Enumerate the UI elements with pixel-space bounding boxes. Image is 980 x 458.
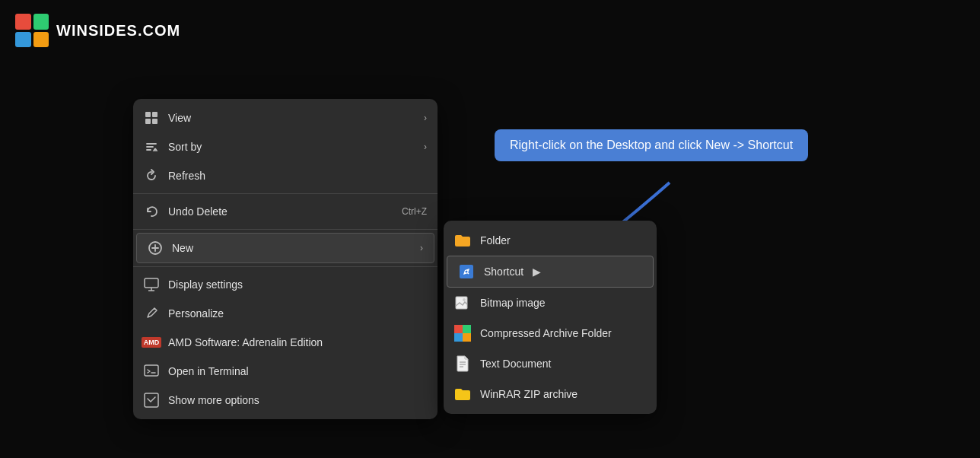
svg-rect-8 <box>145 278 158 288</box>
logo-cell-blue <box>15 32 31 48</box>
separator-3 <box>133 266 438 267</box>
grid-icon <box>144 110 159 126</box>
svg-rect-20 <box>454 333 463 342</box>
cursor-icon: ▶ <box>533 266 541 278</box>
submenu-item-compressed[interactable]: Compressed Archive Folder <box>444 318 657 348</box>
menu-item-more[interactable]: Show more options <box>133 386 438 415</box>
menu-item-terminal[interactable]: Open in Terminal <box>133 357 438 386</box>
folder-icon <box>454 232 471 249</box>
display-icon <box>144 277 159 292</box>
logo-cell-red <box>15 14 31 30</box>
menu-view-label: View <box>168 112 415 124</box>
menu-undo-label: Undo Delete <box>168 205 393 218</box>
submenu-textdoc-label: Text Document <box>480 358 551 370</box>
terminal-icon <box>144 364 159 379</box>
menu-item-display[interactable]: Display settings <box>133 270 438 299</box>
textdoc-icon <box>454 355 471 372</box>
submenu-compressed-label: Compressed Archive Folder <box>480 327 612 339</box>
menu-item-personalize[interactable]: Personalize <box>133 299 438 328</box>
submenu-item-shortcut[interactable]: Shortcut ▶ <box>447 256 654 288</box>
callout-text: Right-click on the Desktop and click New… <box>510 138 793 151</box>
view-arrow: › <box>424 113 427 123</box>
amd-icon: AMD <box>144 335 159 350</box>
svg-rect-18 <box>454 325 463 333</box>
more-icon <box>144 393 159 408</box>
submenu-item-folder[interactable]: Folder <box>444 225 657 256</box>
menu-display-label: Display settings <box>168 278 427 291</box>
refresh-icon <box>144 168 159 183</box>
svg-rect-4 <box>152 119 158 124</box>
svg-rect-2 <box>152 112 158 117</box>
submenu-item-textdoc[interactable]: Text Document <box>444 348 657 379</box>
svg-rect-11 <box>145 365 158 376</box>
new-icon <box>148 240 163 256</box>
menu-amd-label: AMD Software: Adrenalin Edition <box>168 336 427 348</box>
menu-sort-label: Sort by <box>168 141 415 153</box>
svg-point-17 <box>463 298 466 301</box>
svg-rect-3 <box>145 119 151 124</box>
context-menu: View › Sort by › Refresh <box>133 99 438 419</box>
submenu-shortcut-label: Shortcut <box>484 266 523 278</box>
menu-item-amd[interactable]: AMD AMD Software: Adrenalin Edition <box>133 328 438 357</box>
menu-item-sort[interactable]: Sort by › <box>133 132 438 161</box>
undo-icon <box>144 204 159 219</box>
menu-item-view[interactable]: View › <box>133 103 438 132</box>
logo-icon <box>15 14 49 47</box>
submenu-new: Folder Shortcut ▶ Bitmap image <box>444 221 657 414</box>
menu-personalize-label: Personalize <box>168 307 427 320</box>
logo-text: WINSIDES.COM <box>56 22 180 40</box>
svg-rect-21 <box>463 333 471 342</box>
sort-icon <box>144 139 159 154</box>
svg-rect-19 <box>463 325 471 333</box>
bitmap-icon <box>454 294 471 311</box>
separator-2 <box>133 229 438 230</box>
winrar-icon <box>454 386 471 402</box>
sort-arrow: › <box>424 142 427 152</box>
logo-cell-yellow <box>33 32 49 48</box>
submenu-winrar-label: WinRAR ZIP archive <box>480 388 578 400</box>
submenu-folder-label: Folder <box>480 234 511 246</box>
new-arrow: › <box>420 243 423 253</box>
submenu-bitmap-label: Bitmap image <box>480 297 546 309</box>
menu-refresh-label: Refresh <box>168 170 427 182</box>
svg-rect-1 <box>145 112 151 117</box>
menu-item-undo[interactable]: Undo Delete Ctrl+Z <box>133 197 438 226</box>
menu-more-label: Show more options <box>168 394 427 406</box>
shortcut-icon <box>458 263 475 280</box>
submenu-item-bitmap[interactable]: Bitmap image <box>444 288 657 318</box>
personalize-icon <box>144 306 159 321</box>
menu-item-refresh[interactable]: Refresh <box>133 161 438 190</box>
submenu-item-winrar[interactable]: WinRAR ZIP archive <box>444 379 657 409</box>
menu-new-label: New <box>172 242 411 254</box>
logo-cell-green <box>33 14 49 30</box>
separator-1 <box>133 193 438 194</box>
menu-item-new[interactable]: New › <box>136 233 434 263</box>
svg-point-15 <box>466 271 468 273</box>
menu-terminal-label: Open in Terminal <box>168 365 427 377</box>
archive-icon <box>454 325 471 342</box>
undo-shortcut: Ctrl+Z <box>402 206 427 217</box>
callout-box: Right-click on the Desktop and click New… <box>495 129 808 161</box>
logo-area: WINSIDES.COM <box>15 14 180 47</box>
